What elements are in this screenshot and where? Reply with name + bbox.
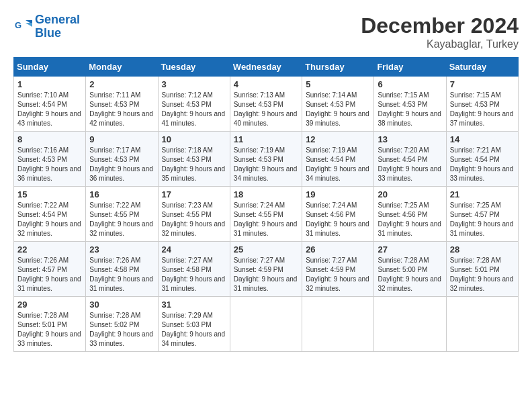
day-number: 7 bbox=[450, 79, 515, 89]
day-number: 23 bbox=[89, 244, 154, 255]
calendar-cell: 15 Sunrise: 7:22 AMSunset: 4:54 PMDaylig… bbox=[14, 187, 86, 242]
day-number: 3 bbox=[162, 79, 226, 89]
day-number: 27 bbox=[378, 244, 442, 255]
calendar-cell: 19 Sunrise: 7:24 AMSunset: 4:56 PMDaylig… bbox=[302, 187, 374, 242]
calendar-cell: 20 Sunrise: 7:25 AMSunset: 4:56 PMDaylig… bbox=[374, 187, 446, 242]
day-number: 2 bbox=[89, 79, 154, 89]
week-row-2: 8 Sunrise: 7:16 AMSunset: 4:53 PMDayligh… bbox=[14, 132, 519, 187]
calendar-cell bbox=[374, 297, 446, 352]
calendar-cell: 7 Sunrise: 7:15 AMSunset: 4:53 PMDayligh… bbox=[446, 77, 518, 132]
calendar-cell: 2 Sunrise: 7:11 AMSunset: 4:53 PMDayligh… bbox=[86, 77, 158, 132]
day-info: Sunrise: 7:28 AMSunset: 5:02 PMDaylight:… bbox=[89, 312, 153, 347]
day-info: Sunrise: 7:24 AMSunset: 4:56 PMDaylight:… bbox=[306, 201, 369, 237]
calendar-cell: 17 Sunrise: 7:23 AMSunset: 4:55 PMDaylig… bbox=[158, 187, 230, 242]
col-saturday: Saturday bbox=[446, 58, 518, 77]
day-number: 29 bbox=[17, 300, 82, 310]
day-number: 14 bbox=[450, 134, 515, 144]
day-info: Sunrise: 7:15 AMSunset: 4:53 PMDaylight:… bbox=[450, 91, 514, 127]
calendar-cell bbox=[230, 297, 302, 352]
calendar-cell: 21 Sunrise: 7:25 AMSunset: 4:57 PMDaylig… bbox=[446, 187, 518, 242]
calendar-cell: 9 Sunrise: 7:17 AMSunset: 4:53 PMDayligh… bbox=[86, 132, 158, 187]
calendar-cell: 24 Sunrise: 7:27 AMSunset: 4:58 PMDaylig… bbox=[158, 242, 230, 297]
day-info: Sunrise: 7:26 AMSunset: 4:57 PMDaylight:… bbox=[17, 257, 81, 292]
col-sunday: Sunday bbox=[14, 58, 86, 77]
day-info: Sunrise: 7:10 AMSunset: 4:54 PMDaylight:… bbox=[17, 91, 81, 127]
calendar-cell: 10 Sunrise: 7:18 AMSunset: 4:53 PMDaylig… bbox=[158, 132, 230, 187]
calendar-cell: 30 Sunrise: 7:28 AMSunset: 5:02 PMDaylig… bbox=[86, 297, 158, 352]
calendar-cell: 12 Sunrise: 7:19 AMSunset: 4:54 PMDaylig… bbox=[302, 132, 374, 187]
day-info: Sunrise: 7:25 AMSunset: 4:56 PMDaylight:… bbox=[378, 201, 441, 237]
day-number: 11 bbox=[234, 134, 298, 144]
calendar-cell bbox=[446, 297, 518, 352]
day-info: Sunrise: 7:27 AMSunset: 4:59 PMDaylight:… bbox=[306, 257, 369, 292]
day-number: 8 bbox=[17, 134, 82, 144]
day-info: Sunrise: 7:28 AMSunset: 5:01 PMDaylight:… bbox=[17, 312, 81, 347]
day-number: 6 bbox=[378, 79, 442, 89]
calendar-cell: 13 Sunrise: 7:20 AMSunset: 4:54 PMDaylig… bbox=[374, 132, 446, 187]
calendar-cell: 23 Sunrise: 7:26 AMSunset: 4:58 PMDaylig… bbox=[86, 242, 158, 297]
day-info: Sunrise: 7:13 AMSunset: 4:53 PMDaylight:… bbox=[234, 91, 298, 127]
day-number: 10 bbox=[162, 134, 226, 144]
calendar-cell: 29 Sunrise: 7:28 AMSunset: 5:01 PMDaylig… bbox=[14, 297, 86, 352]
week-row-1: 1 Sunrise: 7:10 AMSunset: 4:54 PMDayligh… bbox=[14, 77, 519, 132]
day-info: Sunrise: 7:19 AMSunset: 4:54 PMDaylight:… bbox=[306, 146, 369, 182]
day-info: Sunrise: 7:27 AMSunset: 4:58 PMDaylight:… bbox=[162, 257, 226, 292]
day-number: 1 bbox=[17, 79, 82, 89]
svg-marker-2 bbox=[26, 23, 32, 27]
day-number: 21 bbox=[450, 189, 515, 199]
calendar-cell: 8 Sunrise: 7:16 AMSunset: 4:53 PMDayligh… bbox=[14, 132, 86, 187]
day-info: Sunrise: 7:19 AMSunset: 4:53 PMDaylight:… bbox=[234, 146, 298, 182]
calendar-cell: 1 Sunrise: 7:10 AMSunset: 4:54 PMDayligh… bbox=[14, 77, 86, 132]
col-tuesday: Tuesday bbox=[158, 58, 230, 77]
calendar-cell: 26 Sunrise: 7:27 AMSunset: 4:59 PMDaylig… bbox=[302, 242, 374, 297]
day-info: Sunrise: 7:15 AMSunset: 4:53 PMDaylight:… bbox=[378, 91, 441, 127]
day-number: 13 bbox=[378, 134, 442, 144]
week-row-3: 15 Sunrise: 7:22 AMSunset: 4:54 PMDaylig… bbox=[14, 187, 519, 242]
day-info: Sunrise: 7:24 AMSunset: 4:55 PMDaylight:… bbox=[234, 201, 298, 237]
day-info: Sunrise: 7:12 AMSunset: 4:53 PMDaylight:… bbox=[162, 91, 226, 127]
day-info: Sunrise: 7:21 AMSunset: 4:54 PMDaylight:… bbox=[450, 146, 514, 182]
day-info: Sunrise: 7:14 AMSunset: 4:53 PMDaylight:… bbox=[306, 91, 369, 127]
day-info: Sunrise: 7:28 AMSunset: 5:01 PMDaylight:… bbox=[450, 257, 514, 292]
day-info: Sunrise: 7:28 AMSunset: 5:00 PMDaylight:… bbox=[378, 257, 441, 292]
day-info: Sunrise: 7:23 AMSunset: 4:55 PMDaylight:… bbox=[162, 201, 226, 237]
day-number: 16 bbox=[89, 189, 154, 199]
col-monday: Monday bbox=[86, 58, 158, 77]
day-number: 17 bbox=[162, 189, 226, 199]
col-friday: Friday bbox=[374, 58, 446, 77]
calendar-cell: 28 Sunrise: 7:28 AMSunset: 5:01 PMDaylig… bbox=[446, 242, 518, 297]
day-info: Sunrise: 7:18 AMSunset: 4:53 PMDaylight:… bbox=[162, 146, 226, 182]
calendar-cell: 25 Sunrise: 7:27 AMSunset: 4:59 PMDaylig… bbox=[230, 242, 302, 297]
day-number: 18 bbox=[234, 189, 298, 199]
day-number: 28 bbox=[450, 244, 515, 255]
header-row: Sunday Monday Tuesday Wednesday Thursday… bbox=[14, 58, 519, 77]
location: Kayabaglar, Turkey bbox=[361, 38, 519, 50]
day-info: Sunrise: 7:25 AMSunset: 4:57 PMDaylight:… bbox=[450, 201, 514, 237]
day-number: 25 bbox=[234, 244, 298, 255]
day-number: 4 bbox=[234, 79, 298, 89]
month-title: December 2024 bbox=[361, 13, 519, 38]
calendar-table: Sunday Monday Tuesday Wednesday Thursday… bbox=[13, 57, 519, 352]
calendar-cell: 18 Sunrise: 7:24 AMSunset: 4:55 PMDaylig… bbox=[230, 187, 302, 242]
day-info: Sunrise: 7:16 AMSunset: 4:53 PMDaylight:… bbox=[17, 146, 81, 182]
calendar-cell: 31 Sunrise: 7:29 AMSunset: 5:03 PMDaylig… bbox=[158, 297, 230, 352]
day-info: Sunrise: 7:22 AMSunset: 4:54 PMDaylight:… bbox=[17, 201, 81, 237]
calendar-cell bbox=[302, 297, 374, 352]
logo-icon: G bbox=[13, 17, 32, 36]
day-info: Sunrise: 7:17 AMSunset: 4:53 PMDaylight:… bbox=[89, 146, 153, 182]
calendar-cell: 22 Sunrise: 7:26 AMSunset: 4:57 PMDaylig… bbox=[14, 242, 86, 297]
day-number: 19 bbox=[306, 189, 370, 199]
day-number: 20 bbox=[378, 189, 442, 199]
calendar-cell: 5 Sunrise: 7:14 AMSunset: 4:53 PMDayligh… bbox=[302, 77, 374, 132]
day-info: Sunrise: 7:29 AMSunset: 5:03 PMDaylight:… bbox=[162, 312, 226, 347]
day-number: 12 bbox=[306, 134, 370, 144]
col-wednesday: Wednesday bbox=[230, 58, 302, 77]
day-info: Sunrise: 7:20 AMSunset: 4:54 PMDaylight:… bbox=[378, 146, 441, 182]
logo-line2: Blue bbox=[35, 26, 61, 40]
logo-line1: General bbox=[35, 13, 80, 26]
day-info: Sunrise: 7:11 AMSunset: 4:53 PMDaylight:… bbox=[89, 91, 153, 127]
logo: G General Blue bbox=[13, 13, 80, 40]
day-number: 30 bbox=[89, 300, 154, 310]
week-row-4: 22 Sunrise: 7:26 AMSunset: 4:57 PMDaylig… bbox=[14, 242, 519, 297]
calendar-cell: 3 Sunrise: 7:12 AMSunset: 4:53 PMDayligh… bbox=[158, 77, 230, 132]
